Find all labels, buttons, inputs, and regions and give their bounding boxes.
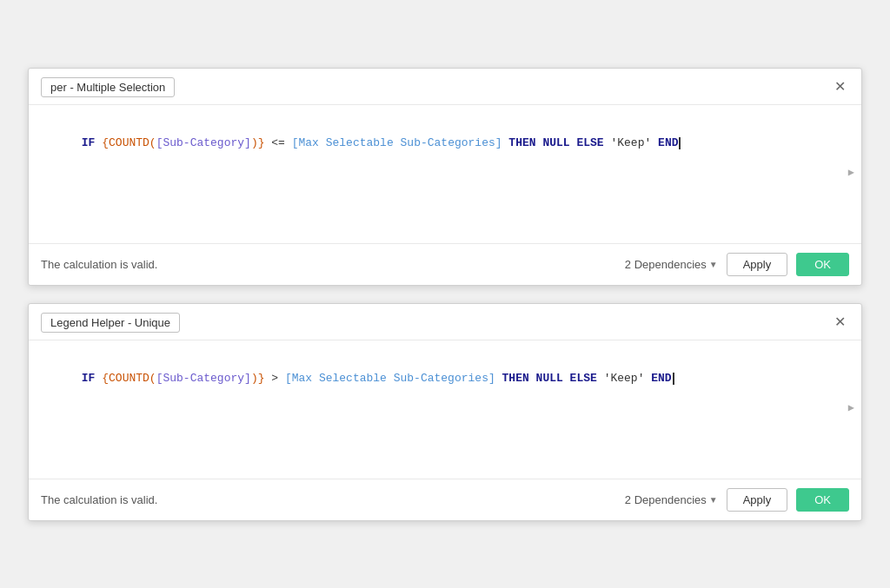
kw-if-1: IF [82,136,96,149]
chevron-down-icon-2: ▼ [709,495,718,505]
footer-right-1: 2 Dependencies ▼ Apply OK [625,253,849,276]
footer-right-2: 2 Dependencies ▼ Apply OK [625,488,849,512]
dependencies-label-2: 2 Dependencies [625,493,707,506]
dependencies-label-1: 2 Dependencies [625,258,707,271]
dialog-header-2: Legend Helper - Unique ✕ [29,304,861,340]
dialog-title-1: per - Multiple Selection [41,77,175,97]
valid-msg-1: The calculation is valid. [41,258,157,271]
kw-if-2: IF [82,372,96,385]
apply-button-2[interactable]: Apply [727,488,788,512]
apply-button-1[interactable]: Apply [727,253,788,276]
chevron-down-icon-1: ▼ [709,260,718,269]
kw-null-1: NULL [542,136,569,149]
close-button-1[interactable]: ✕ [831,78,849,96]
dialog-footer-2: The calculation is valid. 2 Dependencies… [29,479,861,520]
close-button-2[interactable]: ✕ [831,314,849,331]
fn-countd-1: {COUNTD( [102,136,156,149]
dialog-footer-1: The calculation is valid. 2 Dependencies… [29,243,861,285]
kw-end-2: END [651,372,674,385]
str-keep-1: 'Keep' [610,136,651,149]
ok-button-1[interactable]: OK [796,253,849,276]
fn-countd-2: {COUNTD( [102,372,156,385]
code-area-2[interactable]: IF {COUNTD([Sub-Category])} > [Max Selec… [29,340,861,479]
fn-countd-close-1: )} [251,136,265,149]
code-area-1[interactable]: IF {COUNTD([Sub-Category])} <= [Max Sele… [29,104,861,243]
dependencies-btn-2[interactable]: 2 Dependencies ▼ [625,493,718,506]
dialog-header-1: per - Multiple Selection ✕ [29,69,861,104]
op-1: <= [264,136,291,149]
scroll-indicator-2: ▶ [848,400,854,417]
kw-then-1: THEN [508,136,535,149]
code-line-1: IF {COUNTD([Sub-Category])} <= [Max Sele… [41,117,835,171]
field-sub-cat-1: [Sub-Category] [156,136,251,149]
calc-dialog-1: per - Multiple Selection ✕ IF {COUNTD([S… [28,68,862,286]
kw-else-2: ELSE [570,372,597,385]
kw-end-1: END [658,136,681,149]
fn-countd-close-2: )} [251,372,265,385]
op-2: > [264,372,284,385]
scroll-indicator-1: ▶ [848,165,854,182]
code-line-2: IF {COUNTD([Sub-Category])} > [Max Selec… [41,353,835,406]
str-keep-2: 'Keep' [604,372,645,385]
field-sub-cat-2: [Sub-Category] [156,372,251,385]
kw-then-2: THEN [502,372,529,385]
kw-null-2: NULL [536,372,563,385]
kw-else-1: ELSE [576,136,603,149]
field-max-1: [Max Selectable Sub-Categories] [292,136,502,149]
field-max-2: [Max Selectable Sub-Categories] [285,372,495,385]
valid-msg-2: The calculation is valid. [41,493,157,506]
ok-button-2[interactable]: OK [796,488,849,512]
calc-dialog-2: Legend Helper - Unique ✕ IF {COUNTD([Sub… [28,303,862,521]
dependencies-btn-1[interactable]: 2 Dependencies ▼ [625,258,718,271]
dialog-title-2: Legend Helper - Unique [41,313,180,333]
